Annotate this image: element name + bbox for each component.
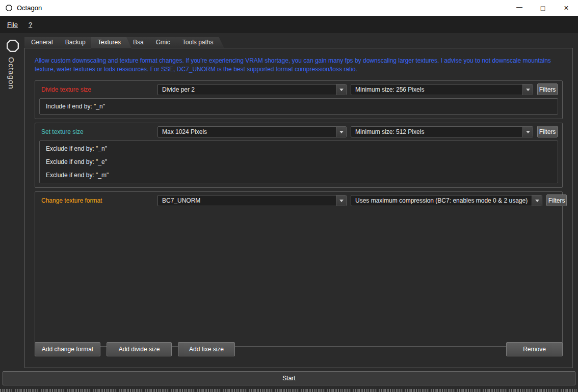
minimize-icon: — — [516, 4, 522, 11]
app-window: Octagon — □ × File ? Octagon General Bac… — [0, 0, 578, 392]
list-item[interactable]: Exclude if end by: "_e" — [40, 155, 558, 169]
close-icon: × — [564, 4, 568, 13]
info-text: Allow custom downscaling and texture for… — [35, 57, 562, 74]
tab-tools-paths[interactable]: Tools paths — [176, 37, 224, 48]
format-dropdown[interactable]: BC7_UNORM — [157, 195, 347, 206]
chevron-down-icon — [522, 127, 533, 137]
list-item[interactable]: Include if end by: "_n" — [40, 100, 558, 113]
group-change-texture-format: Change texture format BC7_UNORM Uses max… — [35, 191, 563, 347]
tab-backup[interactable]: Backup — [59, 37, 96, 48]
minimize-button[interactable]: — — [508, 0, 531, 16]
sidebar-brand: Octagon — [7, 57, 16, 90]
group-controls-row: Change texture format BC7_UNORM Uses max… — [35, 192, 562, 208]
tab-general[interactable]: General — [24, 37, 64, 48]
start-button[interactable]: Start — [3, 371, 575, 385]
window-controls: — □ × — [508, 0, 578, 16]
chevron-down-icon — [336, 127, 346, 137]
sidebar: Octagon — [0, 33, 24, 392]
group-controls-row: Set texture size Max 1024 Pixels Minimum… — [35, 123, 562, 139]
remove-button[interactable]: Remove — [506, 342, 563, 356]
group-label: Divide texture size — [41, 86, 157, 93]
filters-button-divide[interactable]: Filters — [537, 83, 558, 95]
chevron-down-icon — [522, 85, 533, 95]
chevron-down-icon — [336, 85, 346, 95]
set-min-size-dropdown[interactable]: Minimum size: 512 Pixels — [351, 126, 533, 137]
divide-min-size-dropdown[interactable]: Minimum size: 256 Pixels — [351, 84, 533, 95]
tab-textures[interactable]: Textures — [91, 37, 132, 48]
menu-help[interactable]: ? — [29, 21, 32, 29]
group-label: Set texture size — [41, 128, 157, 135]
octagon-logo-icon — [6, 39, 19, 54]
set-size-filter-list: Exclude if end by: "_n" Exclude if end b… — [39, 141, 558, 183]
maximize-button[interactable]: □ — [531, 0, 555, 16]
set-size-dropdown[interactable]: Max 1024 Pixels — [157, 126, 347, 137]
group-label: Change texture format — [41, 197, 157, 204]
chevron-down-icon — [532, 195, 542, 206]
octagon-app-icon — [6, 5, 12, 11]
menubar: File ? — [0, 16, 578, 33]
add-change-format-button[interactable]: Add change format — [35, 342, 100, 356]
maximize-icon: □ — [541, 4, 545, 12]
divide-filter-list: Include if end by: "_n" — [39, 98, 558, 115]
group-set-texture-size: Set texture size Max 1024 Pixels Minimum… — [35, 123, 563, 188]
bottom-text-strip — [0, 389, 578, 392]
tabbar: General Backup Textures Bsa Gmic Tools p… — [24, 37, 219, 48]
actions-row: Add change format Add divide size Add fi… — [35, 342, 563, 356]
tab-gmic[interactable]: Gmic — [149, 37, 181, 48]
window-title: Octagon — [17, 4, 42, 12]
menu-file[interactable]: File — [7, 21, 18, 29]
add-divide-size-button[interactable]: Add divide size — [107, 342, 172, 356]
group-controls-row: Divide texture size Divide per 2 Minimum… — [35, 81, 562, 97]
add-fixe-size-button[interactable]: Add fixe size — [178, 342, 235, 356]
chevron-down-icon — [336, 195, 346, 206]
list-item[interactable]: Exclude if end by: "_m" — [40, 169, 558, 182]
filters-button-set-size[interactable]: Filters — [537, 126, 558, 137]
divide-ratio-dropdown[interactable]: Divide per 2 — [157, 84, 347, 95]
close-button[interactable]: × — [555, 0, 578, 16]
format-compression-dropdown[interactable]: Uses maximum compression (BC7: enables m… — [351, 195, 542, 206]
textures-panel: Allow custom downscaling and texture for… — [24, 48, 573, 368]
titlebar: Octagon — □ × — [0, 0, 578, 16]
list-item[interactable]: Exclude if end by: "_n" — [40, 142, 558, 155]
group-divide-texture-size: Divide texture size Divide per 2 Minimum… — [35, 80, 563, 119]
filters-button-format[interactable]: Filters — [546, 194, 567, 206]
